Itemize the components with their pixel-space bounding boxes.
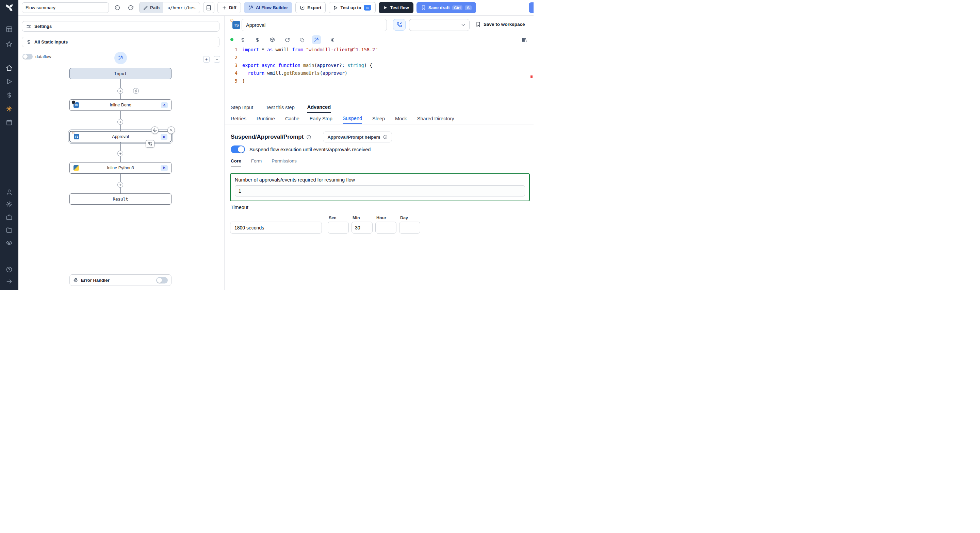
docs-button[interactable] xyxy=(203,2,215,13)
undo-button[interactable] xyxy=(112,2,123,13)
suspend-phone-indicator-button[interactable] xyxy=(393,19,406,30)
save-to-workspace-label: Save to workspace xyxy=(484,22,525,27)
plus-icon xyxy=(119,152,122,155)
tab-sleep[interactable]: Sleep xyxy=(372,113,385,124)
editor-reload-button[interactable] xyxy=(283,35,292,44)
add-step-button-1[interactable] xyxy=(118,88,123,94)
plus-icon xyxy=(222,5,227,10)
delete-step-button[interactable] xyxy=(167,127,175,134)
redo-button[interactable] xyxy=(126,2,136,13)
dataflow-toggle[interactable] xyxy=(22,54,33,59)
add-step-button-3[interactable] xyxy=(118,151,123,156)
flow-node-inline-python[interactable]: Inline Python3 b xyxy=(69,162,172,174)
suspend-toggle-label: Suspend flow execution until events/appr… xyxy=(250,147,371,152)
tab-permissions[interactable]: Permissions xyxy=(272,159,297,167)
error-handler-row[interactable]: Error Handler xyxy=(69,274,172,286)
editor-format-button[interactable] xyxy=(328,35,337,44)
suspend-section-header: Suspend/Approval/Prompt Approval/Prompt … xyxy=(231,132,392,143)
zoom-in-button[interactable]: + xyxy=(203,56,210,63)
sidebar-item-hub[interactable] xyxy=(6,105,13,112)
tab-step-input[interactable]: Step Input xyxy=(231,102,253,113)
node-language-icon-wrap xyxy=(73,165,79,171)
eye-icon xyxy=(6,239,13,246)
test-up-to-button[interactable]: Test up to c xyxy=(329,2,375,13)
zap-icon xyxy=(134,89,138,93)
tab-core[interactable]: Core xyxy=(231,159,241,167)
zoom-out-button[interactable]: − xyxy=(214,56,220,63)
status-dot-overlay-icon xyxy=(72,100,76,104)
tab-mock[interactable]: Mock xyxy=(395,113,407,124)
editor-ai-assist-button[interactable] xyxy=(312,35,321,44)
timeout-hour-input[interactable] xyxy=(375,222,396,233)
sidebar-item-variables[interactable] xyxy=(6,92,13,98)
sidebar-item-settings[interactable] xyxy=(6,201,13,208)
node-language-icon-wrap: TS xyxy=(73,102,79,108)
error-handler-toggle[interactable] xyxy=(156,277,168,284)
tab-form[interactable]: Form xyxy=(251,159,262,167)
flow-node-input[interactable]: Input xyxy=(69,68,172,79)
test-flow-label: Test flow xyxy=(390,5,409,10)
path-editor-button[interactable]: Path u/henri/bes xyxy=(139,2,200,13)
save-to-workspace-button[interactable]: Save to workspace xyxy=(476,21,525,27)
dollar-icon xyxy=(6,92,13,98)
approval-phone-badge-button[interactable] xyxy=(146,140,154,148)
tab-shared-directory[interactable]: Shared Directory xyxy=(417,113,454,124)
tab-suspend[interactable]: Suspend xyxy=(343,113,362,124)
editor-tag-button[interactable] xyxy=(298,35,306,44)
sidebar-item-favorites[interactable] xyxy=(6,41,13,48)
tab-runtime[interactable]: Runtime xyxy=(256,113,275,124)
sidebar-item-runs[interactable] xyxy=(6,78,13,85)
save-draft-button[interactable]: Save draft Ctrl S xyxy=(417,2,476,13)
all-static-inputs-button[interactable]: All Static Inputs xyxy=(22,37,220,47)
editor-vars-button[interactable] xyxy=(238,35,247,44)
export-button[interactable]: Export xyxy=(295,2,326,13)
close-icon xyxy=(169,128,173,132)
test-flow-button[interactable]: Test flow xyxy=(379,2,413,13)
timeout-day-input[interactable] xyxy=(399,222,420,233)
sidebar-item-users[interactable] xyxy=(6,189,13,195)
tab-cache[interactable]: Cache xyxy=(285,113,299,124)
diff-button[interactable]: Diff xyxy=(218,2,241,13)
approval-prompt-helpers-button[interactable]: Approval/Prompt helpers xyxy=(323,132,392,143)
sidebar-expand-button[interactable] xyxy=(6,278,13,285)
sidebar-item-folders[interactable] xyxy=(6,227,13,233)
flow-node-result[interactable]: Result xyxy=(69,194,172,205)
result-node-label: Result xyxy=(113,197,128,201)
sidebar-item-workers[interactable] xyxy=(6,214,13,220)
flow-settings-button[interactable]: Settings xyxy=(22,21,220,32)
sidebar-item-home[interactable] xyxy=(6,65,13,71)
move-step-button[interactable] xyxy=(151,127,159,134)
sidebar-item-schedules[interactable] xyxy=(6,119,13,126)
flow-node-inline-deno[interactable]: TS Inline Deno a xyxy=(69,99,172,111)
editor-resources-button[interactable] xyxy=(253,35,262,44)
unit-header-day: Day xyxy=(400,216,408,220)
add-step-button-2[interactable] xyxy=(118,119,123,125)
deno-node-label: Inline Deno xyxy=(110,103,131,108)
bug-icon xyxy=(73,278,78,283)
timeout-seconds-input[interactable] xyxy=(230,222,322,233)
tab-retries[interactable]: Retries xyxy=(231,113,247,124)
sidebar-item-help[interactable] xyxy=(6,266,13,273)
deploy-button-partial[interactable] xyxy=(529,2,533,13)
tag-icon xyxy=(299,37,305,43)
sidebar-item-grid[interactable] xyxy=(6,26,13,33)
add-step-button-4[interactable] xyxy=(118,182,123,188)
ai-flow-builder-button[interactable]: AI Flow Builder xyxy=(244,2,293,13)
sidebar-item-audit[interactable] xyxy=(6,239,13,246)
editor-package-button[interactable] xyxy=(268,35,277,44)
editor-library-button[interactable] xyxy=(520,35,529,44)
timeout-min-input[interactable] xyxy=(352,222,372,233)
flow-summary-input[interactable] xyxy=(22,2,109,13)
timeout-sec-input[interactable] xyxy=(328,222,349,233)
step-name-input[interactable] xyxy=(242,19,387,31)
ai-step-wand-button[interactable] xyxy=(115,52,127,64)
windmill-logo-icon[interactable] xyxy=(5,3,14,13)
code-editor[interactable]: 12345 import * as wmill from "windmill-c… xyxy=(224,45,530,100)
tab-advanced[interactable]: Advanced xyxy=(307,102,331,113)
add-trigger-button[interactable] xyxy=(133,88,139,94)
tab-early-stop[interactable]: Early Stop xyxy=(310,113,332,124)
template-select[interactable] xyxy=(409,19,469,31)
approvals-required-input[interactable] xyxy=(235,185,525,197)
tab-test-this-step[interactable]: Test this step xyxy=(266,102,295,113)
suspend-enable-toggle[interactable] xyxy=(231,146,245,153)
